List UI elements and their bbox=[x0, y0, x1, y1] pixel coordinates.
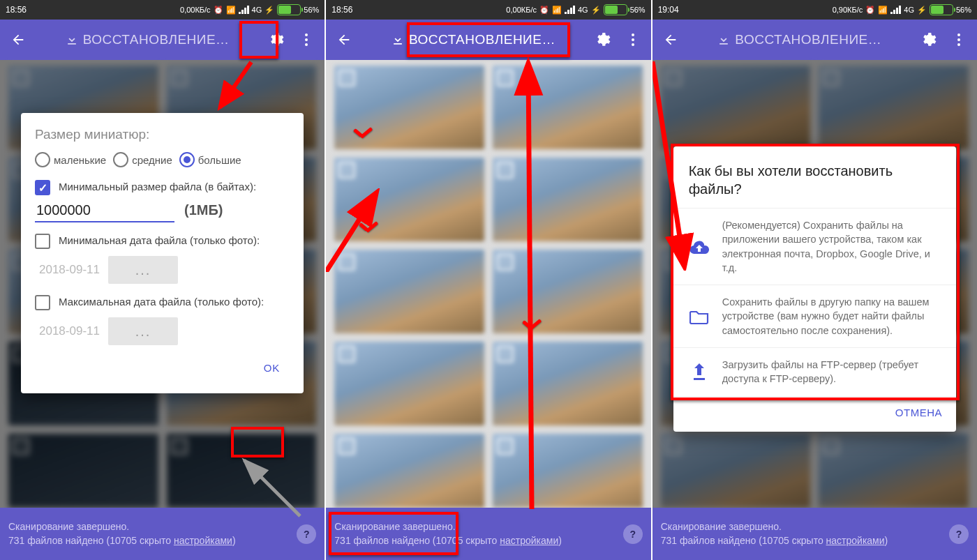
download-icon bbox=[65, 33, 79, 47]
settings-button[interactable] bbox=[913, 24, 944, 55]
app-bar: ВОССТАНОВЛЕНИЕ… bbox=[0, 20, 325, 60]
grid-item[interactable] bbox=[334, 158, 484, 241]
restore-option-ftp[interactable]: Загрузить файлы на FTP-сервер (требует д… bbox=[673, 347, 956, 396]
restore-option-cloud[interactable]: (Рекомендуется) Сохранить файлы на прило… bbox=[673, 208, 956, 285]
status-time: 18:56 bbox=[6, 5, 27, 15]
status-footer: Сканирование завершено. 731 файлов найде… bbox=[326, 508, 650, 560]
status-4g: 4G bbox=[578, 6, 588, 14]
svg-point-10 bbox=[957, 33, 960, 36]
min-date-value: 2018-09-11 bbox=[39, 263, 100, 277]
min-size-input[interactable] bbox=[35, 199, 174, 222]
wifi-icon: 📶 bbox=[878, 6, 888, 15]
status-right: 0,00КБ/с ⏰ 📶 4G ⚡ 56% bbox=[180, 4, 319, 15]
help-button[interactable]: ? bbox=[949, 524, 969, 544]
settings-dialog: Размер миниатюр: маленькие средние больш… bbox=[21, 113, 304, 393]
app-bar: ВОССТАНОВЛЕНИЕ… bbox=[652, 20, 977, 60]
radio-large[interactable]: большие bbox=[179, 152, 241, 167]
grid-item[interactable] bbox=[493, 434, 643, 508]
ok-button[interactable]: OK bbox=[254, 356, 290, 379]
alarm-icon: ⏰ bbox=[214, 6, 223, 15]
min-date-picker-button[interactable]: ... bbox=[108, 256, 178, 284]
back-button[interactable] bbox=[3, 24, 33, 55]
thumbnail-size-radios: маленькие средние большие bbox=[35, 152, 290, 167]
status-right: 0,90КБ/с ⏰ 📶 4G ⚡ 56% bbox=[833, 4, 971, 15]
max-date-picker-button[interactable]: ... bbox=[108, 317, 178, 345]
status-net: 0,00КБ/с bbox=[180, 6, 211, 14]
help-button[interactable]: ? bbox=[297, 524, 316, 544]
cancel-button[interactable]: ОТМЕНА bbox=[895, 407, 942, 418]
max-date-value: 2018-09-11 bbox=[39, 324, 100, 338]
min-date-label: Минимальная дата файла (только фото): bbox=[59, 234, 260, 248]
app-title[interactable]: ВОССТАНОВЛЕНИЕ… bbox=[33, 32, 260, 47]
restore-dialog: Как бы вы хотели восстановить файлы? (Ре… bbox=[673, 146, 956, 432]
status-time: 18:56 bbox=[331, 5, 352, 15]
dialog-title: Размер миниатюр: bbox=[35, 127, 290, 142]
charge-icon: ⚡ bbox=[917, 6, 927, 15]
grid-item[interactable] bbox=[334, 250, 484, 333]
status-bar: 18:56 0,00КБ/с ⏰ 📶 4G ⚡ 56% bbox=[0, 0, 325, 20]
settings-link[interactable]: настройками bbox=[174, 535, 232, 546]
status-net: 0,90КБ/с bbox=[833, 6, 863, 14]
checkbox-min-date[interactable] bbox=[35, 234, 50, 249]
screenshot-1: 18:56 0,00КБ/с ⏰ 📶 4G ⚡ 56% ВОССТАНОВЛЕН… bbox=[0, 0, 325, 560]
more-vert-icon bbox=[625, 31, 641, 48]
thumbnail-grid bbox=[326, 60, 650, 508]
radio-small[interactable]: маленькие bbox=[35, 152, 106, 167]
svg-point-11 bbox=[957, 38, 960, 41]
charge-icon: ⚡ bbox=[591, 6, 601, 15]
grid-item[interactable] bbox=[334, 434, 484, 508]
grid-item[interactable] bbox=[493, 342, 643, 425]
min-size-label: Минимальный размер файла (в байтах): bbox=[59, 180, 256, 194]
battery-icon bbox=[604, 4, 627, 15]
download-icon bbox=[717, 33, 731, 47]
app-bar: ВОССТАНОВЛЕНИЕ… bbox=[326, 20, 650, 60]
app-title[interactable]: ВОССТАНОВЛЕНИЕ… bbox=[359, 32, 586, 47]
svg-point-5 bbox=[632, 33, 634, 36]
cloud-upload-icon bbox=[687, 239, 711, 255]
radio-medium[interactable]: средние bbox=[113, 152, 172, 167]
checkbox-min-size[interactable] bbox=[35, 180, 50, 195]
checkbox-max-date[interactable] bbox=[35, 295, 50, 310]
back-button[interactable] bbox=[329, 24, 359, 55]
settings-link[interactable]: настройками bbox=[500, 535, 558, 546]
status-4g: 4G bbox=[904, 6, 914, 14]
app-title[interactable]: ВОССТАНОВЛЕНИЕ… bbox=[686, 32, 913, 47]
upload-icon bbox=[687, 363, 711, 381]
svg-point-12 bbox=[957, 43, 960, 46]
more-vert-icon bbox=[950, 31, 967, 48]
signal-icon bbox=[565, 6, 575, 14]
alarm-icon: ⏰ bbox=[865, 6, 875, 15]
svg-point-1 bbox=[305, 38, 308, 41]
back-button[interactable] bbox=[655, 24, 686, 55]
grid-item[interactable] bbox=[334, 342, 484, 425]
status-right: 0,00КБ/с ⏰ 📶 4G ⚡ 56% bbox=[506, 4, 645, 15]
help-button[interactable]: ? bbox=[623, 524, 643, 544]
signal-icon bbox=[239, 6, 249, 14]
max-date-label: Максимальная дата файла (только фото): bbox=[59, 295, 264, 309]
overflow-button[interactable] bbox=[291, 24, 322, 55]
status-4g: 4G bbox=[252, 6, 262, 14]
settings-button[interactable] bbox=[587, 24, 618, 55]
folder-icon bbox=[687, 309, 711, 324]
svg-point-2 bbox=[305, 43, 308, 46]
overflow-button[interactable] bbox=[618, 24, 648, 55]
overflow-button[interactable] bbox=[944, 24, 974, 55]
footer-text: Сканирование завершено. 731 файлов найде… bbox=[334, 520, 562, 547]
status-footer: Сканирование завершено. 731 файлов найде… bbox=[652, 508, 977, 560]
more-vert-icon bbox=[298, 31, 315, 48]
svg-point-0 bbox=[305, 33, 308, 36]
restore-option-folder[interactable]: Сохранить файлы в другую папку на вашем … bbox=[673, 285, 956, 347]
status-bar: 18:56 0,00КБ/с ⏰ 📶 4G ⚡ 56% bbox=[326, 0, 650, 20]
alarm-icon: ⏰ bbox=[539, 6, 549, 15]
svg-point-7 bbox=[632, 43, 634, 46]
grid-item[interactable] bbox=[493, 158, 643, 241]
grid-item[interactable] bbox=[334, 66, 484, 149]
settings-link[interactable]: настройками bbox=[826, 535, 885, 546]
battery-pct: 56% bbox=[956, 6, 971, 14]
settings-button[interactable] bbox=[260, 24, 291, 55]
screenshot-2: 18:56 0,00КБ/с ⏰ 📶 4G ⚡ 56% ВОССТАНОВЛЕН… bbox=[325, 0, 650, 560]
battery-pct: 56% bbox=[304, 6, 319, 14]
grid-item[interactable] bbox=[493, 250, 643, 333]
grid-item[interactable] bbox=[493, 66, 643, 149]
gear-icon bbox=[920, 31, 937, 48]
